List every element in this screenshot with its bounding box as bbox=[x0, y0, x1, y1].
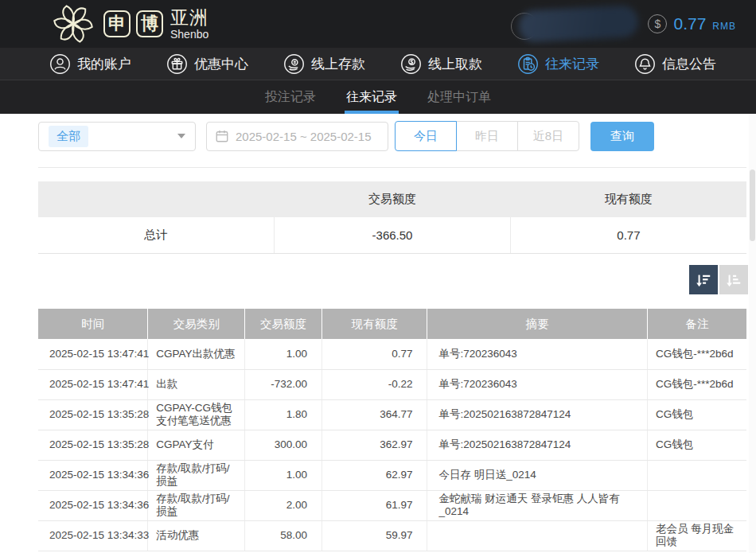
cell-type: CGPAY-CG钱包支付笔笔送优惠 bbox=[148, 399, 245, 430]
cell-type: 存款/取款/打码/损益 bbox=[148, 460, 245, 490]
logo-char-box: 申 bbox=[103, 10, 131, 37]
chevron-down-icon bbox=[177, 134, 185, 138]
dollar-icon: $ bbox=[648, 14, 667, 33]
nav-item-transaction-records[interactable]: 往来记录 bbox=[517, 53, 599, 75]
range-last8days-button[interactable]: 近8日 bbox=[517, 121, 579, 151]
cell-time: 2025-02-15 13:35:28 bbox=[38, 430, 148, 460]
cell-amount: 300.00 bbox=[245, 430, 322, 460]
header-remark: 备注 bbox=[647, 309, 746, 339]
nav-label: 我的账户 bbox=[77, 55, 131, 73]
cell-summary bbox=[427, 520, 648, 551]
table-row: 2025-02-15 13:35:28 CGPAY支付 300.00 362.9… bbox=[38, 430, 746, 460]
site-logo[interactable]: 申 博 亚洲 Shenbo bbox=[48, 0, 208, 48]
category-dropdown[interactable]: 全部 bbox=[38, 122, 196, 151]
date-range-picker[interactable]: 2025-02-15 ~ 2025-02-15 bbox=[206, 122, 388, 151]
cell-summary: 单号:202502163872847124 bbox=[427, 399, 648, 430]
cell-balance: -0.22 bbox=[322, 369, 427, 399]
summary-transaction-amount: -366.50 bbox=[275, 217, 511, 253]
cell-remark: 老会员 每月现金回馈 bbox=[647, 520, 746, 551]
table-row: 2025-02-15 13:35:28 CGPAY-CG钱包支付笔笔送优惠 1.… bbox=[38, 399, 746, 430]
summary-header-row: 交易额度 现有额度 bbox=[38, 181, 746, 217]
sort-descending-button[interactable] bbox=[689, 265, 718, 294]
tab-betting-records[interactable]: 投注记录 bbox=[263, 80, 318, 114]
cell-summary: 金蛇献瑞 财运通天 登录钜惠 人人皆有_0214 bbox=[427, 490, 648, 520]
cell-type: CGPAY出款优惠 bbox=[148, 339, 245, 369]
cell-time: 2025-02-15 13:34:36 bbox=[38, 490, 148, 520]
table-row: 2025-02-15 13:34:33 活动优惠 58.00 59.97 老会员… bbox=[38, 520, 746, 551]
calendar-icon bbox=[215, 129, 229, 143]
top-header: 申 博 亚洲 Shenbo $ 0.77 RMB bbox=[0, 0, 756, 48]
cell-summary: 单号:202502163872847124 bbox=[427, 430, 648, 460]
scrollbar[interactable] bbox=[749, 114, 756, 553]
cell-type: 活动优惠 bbox=[148, 520, 245, 551]
summary-total-row: 总计 -366.50 0.77 bbox=[38, 217, 746, 253]
quick-range-group: 今日 昨日 近8日 bbox=[395, 121, 579, 151]
summary-header-empty bbox=[38, 181, 275, 217]
logo-text: 亚洲 Shenbo bbox=[170, 9, 208, 40]
filter-bar: 全部 2025-02-15 ~ 2025-02-15 今日 昨日 近8日 查询 bbox=[38, 121, 654, 151]
cell-remark: CG钱包 bbox=[647, 399, 746, 430]
cell-remark bbox=[647, 460, 746, 490]
nav-item-announcements[interactable]: 信息公告 bbox=[634, 53, 716, 75]
range-today-button[interactable]: 今日 bbox=[395, 121, 457, 151]
section-divider bbox=[38, 167, 746, 168]
cell-balance: 0.77 bbox=[322, 339, 427, 369]
balance-currency: RMB bbox=[712, 21, 736, 32]
nav-label: 往来记录 bbox=[545, 55, 599, 73]
nav-item-promotions[interactable]: 优惠中心 bbox=[166, 53, 248, 75]
cell-balance: 59.97 bbox=[322, 520, 427, 551]
table-row: 2025-02-15 13:34:36 存款/取款/打码/损益 1.00 62.… bbox=[38, 460, 746, 490]
query-button[interactable]: 查询 bbox=[590, 122, 654, 151]
account-balance: $ 0.77 RMB bbox=[648, 0, 736, 48]
header-type: 交易类别 bbox=[148, 309, 245, 339]
cell-type: 存款/取款/打码/损益 bbox=[148, 490, 245, 520]
cell-balance: 62.97 bbox=[322, 460, 427, 490]
withdraw-icon bbox=[400, 53, 422, 75]
cell-time: 2025-02-15 13:47:41 bbox=[38, 339, 148, 369]
cell-type: CGPAY支付 bbox=[148, 430, 245, 460]
nav-label: 优惠中心 bbox=[194, 55, 248, 73]
sort-ascending-icon bbox=[725, 271, 742, 289]
logo-char-box: 博 bbox=[136, 10, 163, 37]
cell-amount: 1.00 bbox=[245, 339, 322, 369]
cell-amount: 58.00 bbox=[245, 520, 322, 551]
logo-characters: 申 博 bbox=[103, 10, 169, 37]
gift-icon bbox=[166, 53, 188, 75]
nav-label: 线上取款 bbox=[428, 55, 482, 73]
cell-time: 2025-02-15 13:34:33 bbox=[38, 520, 148, 551]
table-row: 2025-02-15 13:47:41 CGPAY出款优惠 1.00 0.77 … bbox=[38, 339, 746, 369]
cell-amount: 1.00 bbox=[245, 460, 322, 490]
cell-amount: 2.00 bbox=[245, 490, 322, 520]
logo-brand-text: Shenbo bbox=[170, 29, 208, 40]
cell-summary: 今日存 明日送_0214 bbox=[427, 460, 648, 490]
category-selected-chip: 全部 bbox=[49, 126, 88, 147]
blur-redaction bbox=[518, 5, 639, 43]
sort-controls bbox=[689, 265, 748, 294]
cell-remark bbox=[647, 490, 746, 520]
range-yesterday-button[interactable]: 昨日 bbox=[456, 121, 518, 151]
sort-ascending-button[interactable] bbox=[719, 265, 748, 294]
header-amount: 交易额度 bbox=[245, 309, 322, 339]
nav-item-online-withdrawal[interactable]: 线上取款 bbox=[400, 53, 482, 75]
cell-balance: 61.97 bbox=[322, 490, 427, 520]
cell-type: 出款 bbox=[148, 369, 245, 399]
cell-balance: 364.77 bbox=[322, 399, 427, 430]
tab-transaction-records[interactable]: 往来记录 bbox=[345, 80, 399, 114]
table-row: 2025-02-15 13:47:41 出款 -732.00 -0.22 单号:… bbox=[38, 369, 746, 399]
scrollbar-thumb[interactable] bbox=[750, 169, 755, 241]
nav-item-my-account[interactable]: 我的账户 bbox=[49, 53, 131, 75]
transaction-records-page: 申 博 亚洲 Shenbo $ 0.77 RMB bbox=[0, 0, 756, 553]
user-icon bbox=[49, 53, 71, 75]
header-time: 时间 bbox=[38, 309, 148, 339]
nav-item-online-deposit[interactable]: 线上存款 bbox=[283, 53, 365, 75]
nav-label: 信息公告 bbox=[662, 55, 716, 73]
record-subtabs: 投注记录 往来记录 处理中订单 bbox=[0, 80, 756, 114]
deposit-icon bbox=[283, 53, 305, 75]
cell-remark: CG钱包-***2b6d bbox=[647, 339, 746, 369]
cell-summary: 单号:720236043 bbox=[427, 339, 648, 369]
cell-time: 2025-02-15 13:47:41 bbox=[38, 369, 148, 399]
summary-table: 交易额度 现有额度 总计 -366.50 0.77 bbox=[38, 181, 746, 254]
cell-time: 2025-02-15 13:35:28 bbox=[38, 399, 148, 430]
logo-region-text: 亚洲 bbox=[170, 9, 208, 27]
tab-processing-orders[interactable]: 处理中订单 bbox=[426, 80, 493, 114]
